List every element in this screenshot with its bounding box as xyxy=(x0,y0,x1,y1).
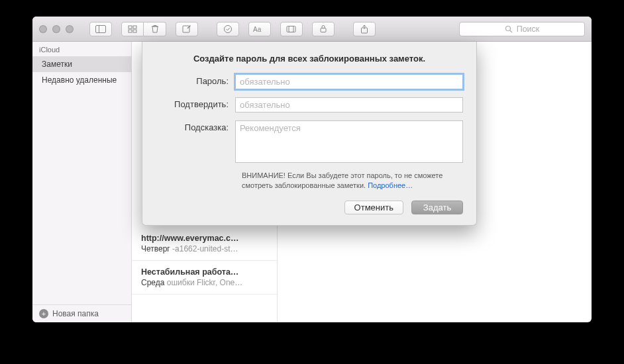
svg-rect-9 xyxy=(287,26,293,32)
sidebar-section-header: iCloud xyxy=(32,42,131,56)
svg-point-7 xyxy=(225,25,232,32)
svg-rect-10 xyxy=(289,26,295,32)
warning-text: ВНИМАНИЕ! Если Вы забудете этот пароль, … xyxy=(242,171,463,191)
sidebar-toggle-button[interactable] xyxy=(89,22,112,36)
svg-line-14 xyxy=(510,30,512,32)
plus-icon: + xyxy=(39,309,48,318)
learn-more-link[interactable]: Подробнее… xyxy=(368,181,413,189)
verify-label: Подтвердить: xyxy=(156,97,235,109)
lock-button[interactable] xyxy=(312,22,335,36)
search-placeholder: Поиск xyxy=(517,24,540,34)
close-icon[interactable] xyxy=(39,25,47,33)
svg-rect-11 xyxy=(321,28,326,32)
svg-text:Aa: Aa xyxy=(253,26,262,33)
new-folder-button[interactable]: + Новая папка xyxy=(32,304,131,322)
zoom-icon[interactable] xyxy=(66,25,74,33)
note-subtitle: Четверг -a1662-united-st… xyxy=(141,244,268,253)
sidebar-item-label: Заметки xyxy=(42,60,72,69)
sidebar-item-recently-deleted[interactable]: Недавно удаленные xyxy=(32,72,131,88)
view-mode-group xyxy=(117,22,166,36)
svg-rect-3 xyxy=(133,26,136,28)
confirm-button[interactable]: Задать xyxy=(411,201,463,214)
sidebar-item-label: Недавно удаленные xyxy=(42,75,117,85)
search-icon xyxy=(505,25,513,33)
traffic-lights xyxy=(39,25,74,33)
new-note-button[interactable] xyxy=(176,22,198,36)
cancel-button[interactable]: Отменить xyxy=(344,201,403,214)
sidebar: iCloud Заметки Недавно удаленные + Новая… xyxy=(32,42,132,322)
svg-rect-0 xyxy=(96,25,106,32)
notes-window: Aa Поиск iCloud Заметки Недавно удаленны… xyxy=(32,17,592,322)
grid-view-button[interactable] xyxy=(121,22,144,36)
search-field[interactable]: Поиск xyxy=(459,22,585,36)
minimize-icon[interactable] xyxy=(52,25,60,33)
delete-button[interactable] xyxy=(144,22,166,36)
note-subtitle: Среда ошибки Flickr, One… xyxy=(141,278,268,287)
password-dialog: Создайте пароль для всех заблокированных… xyxy=(142,42,477,226)
share-button[interactable] xyxy=(353,22,376,36)
note-title: Нестабильная работа… xyxy=(141,267,268,277)
list-item[interactable]: http://www.everymac.c… Четверг -a1662-un… xyxy=(132,227,277,261)
hint-textarea[interactable] xyxy=(235,120,463,163)
sidebar-item-notes[interactable]: Заметки xyxy=(32,56,131,72)
password-label: Пароль: xyxy=(156,74,235,86)
checklist-button[interactable] xyxy=(217,22,239,36)
svg-rect-4 xyxy=(129,30,132,32)
new-folder-label: Новая папка xyxy=(52,309,99,318)
note-title: http://www.everymac.c… xyxy=(141,234,268,243)
verify-password-input[interactable] xyxy=(235,97,463,113)
password-input[interactable] xyxy=(235,74,463,89)
svg-point-13 xyxy=(505,26,510,30)
titlebar: Aa Поиск xyxy=(32,17,592,42)
hint-label: Подсказка: xyxy=(156,120,235,132)
attach-button[interactable] xyxy=(280,22,303,36)
list-item[interactable]: Нестабильная работа… Среда ошибки Flickr… xyxy=(132,261,277,295)
dialog-title: Создайте пароль для всех заблокированных… xyxy=(156,54,463,64)
svg-rect-2 xyxy=(129,26,132,28)
svg-rect-5 xyxy=(133,30,136,32)
text-style-button[interactable]: Aa xyxy=(248,22,271,36)
